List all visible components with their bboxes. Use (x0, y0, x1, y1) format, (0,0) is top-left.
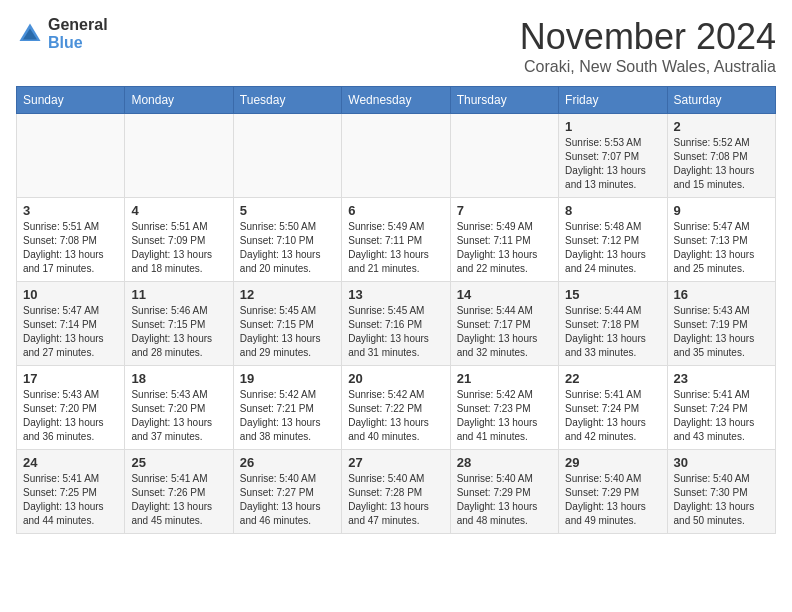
week-row-1: 1Sunrise: 5:53 AM Sunset: 7:07 PM Daylig… (17, 114, 776, 198)
calendar-cell: 29Sunrise: 5:40 AM Sunset: 7:29 PM Dayli… (559, 450, 667, 534)
calendar-cell: 11Sunrise: 5:46 AM Sunset: 7:15 PM Dayli… (125, 282, 233, 366)
week-row-4: 17Sunrise: 5:43 AM Sunset: 7:20 PM Dayli… (17, 366, 776, 450)
day-number: 22 (565, 371, 660, 386)
day-number: 29 (565, 455, 660, 470)
day-number: 13 (348, 287, 443, 302)
header-day-wednesday: Wednesday (342, 87, 450, 114)
calendar-cell: 1Sunrise: 5:53 AM Sunset: 7:07 PM Daylig… (559, 114, 667, 198)
day-info: Sunrise: 5:50 AM Sunset: 7:10 PM Dayligh… (240, 220, 335, 276)
title-section: November 2024 Coraki, New South Wales, A… (520, 16, 776, 76)
day-info: Sunrise: 5:47 AM Sunset: 7:13 PM Dayligh… (674, 220, 769, 276)
page-header: General Blue November 2024 Coraki, New S… (16, 16, 776, 76)
day-number: 14 (457, 287, 552, 302)
day-info: Sunrise: 5:42 AM Sunset: 7:21 PM Dayligh… (240, 388, 335, 444)
header-row: SundayMondayTuesdayWednesdayThursdayFrid… (17, 87, 776, 114)
calendar-cell: 6Sunrise: 5:49 AM Sunset: 7:11 PM Daylig… (342, 198, 450, 282)
day-info: Sunrise: 5:41 AM Sunset: 7:25 PM Dayligh… (23, 472, 118, 528)
day-info: Sunrise: 5:45 AM Sunset: 7:15 PM Dayligh… (240, 304, 335, 360)
month-title: November 2024 (520, 16, 776, 58)
day-number: 20 (348, 371, 443, 386)
day-info: Sunrise: 5:53 AM Sunset: 7:07 PM Dayligh… (565, 136, 660, 192)
day-info: Sunrise: 5:44 AM Sunset: 7:18 PM Dayligh… (565, 304, 660, 360)
calendar-cell (450, 114, 558, 198)
calendar-cell: 23Sunrise: 5:41 AM Sunset: 7:24 PM Dayli… (667, 366, 775, 450)
day-number: 15 (565, 287, 660, 302)
calendar-cell: 21Sunrise: 5:42 AM Sunset: 7:23 PM Dayli… (450, 366, 558, 450)
calendar-cell: 8Sunrise: 5:48 AM Sunset: 7:12 PM Daylig… (559, 198, 667, 282)
day-info: Sunrise: 5:44 AM Sunset: 7:17 PM Dayligh… (457, 304, 552, 360)
calendar-cell: 10Sunrise: 5:47 AM Sunset: 7:14 PM Dayli… (17, 282, 125, 366)
calendar-cell: 27Sunrise: 5:40 AM Sunset: 7:28 PM Dayli… (342, 450, 450, 534)
day-info: Sunrise: 5:40 AM Sunset: 7:30 PM Dayligh… (674, 472, 769, 528)
calendar-cell: 13Sunrise: 5:45 AM Sunset: 7:16 PM Dayli… (342, 282, 450, 366)
header-day-saturday: Saturday (667, 87, 775, 114)
calendar-cell: 4Sunrise: 5:51 AM Sunset: 7:09 PM Daylig… (125, 198, 233, 282)
day-info: Sunrise: 5:48 AM Sunset: 7:12 PM Dayligh… (565, 220, 660, 276)
day-info: Sunrise: 5:41 AM Sunset: 7:24 PM Dayligh… (565, 388, 660, 444)
day-number: 4 (131, 203, 226, 218)
day-info: Sunrise: 5:45 AM Sunset: 7:16 PM Dayligh… (348, 304, 443, 360)
day-number: 24 (23, 455, 118, 470)
calendar-cell: 7Sunrise: 5:49 AM Sunset: 7:11 PM Daylig… (450, 198, 558, 282)
logo: General Blue (16, 16, 108, 51)
day-number: 21 (457, 371, 552, 386)
day-info: Sunrise: 5:43 AM Sunset: 7:20 PM Dayligh… (23, 388, 118, 444)
calendar-cell: 3Sunrise: 5:51 AM Sunset: 7:08 PM Daylig… (17, 198, 125, 282)
calendar-cell (17, 114, 125, 198)
calendar-cell: 18Sunrise: 5:43 AM Sunset: 7:20 PM Dayli… (125, 366, 233, 450)
calendar-cell: 19Sunrise: 5:42 AM Sunset: 7:21 PM Dayli… (233, 366, 341, 450)
day-number: 1 (565, 119, 660, 134)
day-info: Sunrise: 5:49 AM Sunset: 7:11 PM Dayligh… (457, 220, 552, 276)
calendar-cell (233, 114, 341, 198)
calendar-body: 1Sunrise: 5:53 AM Sunset: 7:07 PM Daylig… (17, 114, 776, 534)
day-number: 26 (240, 455, 335, 470)
day-number: 12 (240, 287, 335, 302)
logo-text: General Blue (48, 16, 108, 51)
day-number: 2 (674, 119, 769, 134)
day-number: 16 (674, 287, 769, 302)
week-row-5: 24Sunrise: 5:41 AM Sunset: 7:25 PM Dayli… (17, 450, 776, 534)
calendar-cell: 14Sunrise: 5:44 AM Sunset: 7:17 PM Dayli… (450, 282, 558, 366)
day-info: Sunrise: 5:51 AM Sunset: 7:08 PM Dayligh… (23, 220, 118, 276)
day-number: 10 (23, 287, 118, 302)
week-row-3: 10Sunrise: 5:47 AM Sunset: 7:14 PM Dayli… (17, 282, 776, 366)
calendar-table: SundayMondayTuesdayWednesdayThursdayFrid… (16, 86, 776, 534)
header-day-sunday: Sunday (17, 87, 125, 114)
calendar-cell: 22Sunrise: 5:41 AM Sunset: 7:24 PM Dayli… (559, 366, 667, 450)
day-number: 19 (240, 371, 335, 386)
day-info: Sunrise: 5:43 AM Sunset: 7:19 PM Dayligh… (674, 304, 769, 360)
calendar-header: SundayMondayTuesdayWednesdayThursdayFrid… (17, 87, 776, 114)
day-number: 25 (131, 455, 226, 470)
day-info: Sunrise: 5:40 AM Sunset: 7:28 PM Dayligh… (348, 472, 443, 528)
day-info: Sunrise: 5:41 AM Sunset: 7:26 PM Dayligh… (131, 472, 226, 528)
location-title: Coraki, New South Wales, Australia (520, 58, 776, 76)
calendar-cell: 24Sunrise: 5:41 AM Sunset: 7:25 PM Dayli… (17, 450, 125, 534)
header-day-monday: Monday (125, 87, 233, 114)
day-info: Sunrise: 5:47 AM Sunset: 7:14 PM Dayligh… (23, 304, 118, 360)
header-day-friday: Friday (559, 87, 667, 114)
calendar-cell: 5Sunrise: 5:50 AM Sunset: 7:10 PM Daylig… (233, 198, 341, 282)
day-number: 9 (674, 203, 769, 218)
day-info: Sunrise: 5:40 AM Sunset: 7:29 PM Dayligh… (457, 472, 552, 528)
day-info: Sunrise: 5:52 AM Sunset: 7:08 PM Dayligh… (674, 136, 769, 192)
calendar-cell: 25Sunrise: 5:41 AM Sunset: 7:26 PM Dayli… (125, 450, 233, 534)
day-number: 7 (457, 203, 552, 218)
day-number: 3 (23, 203, 118, 218)
calendar-cell: 2Sunrise: 5:52 AM Sunset: 7:08 PM Daylig… (667, 114, 775, 198)
logo-icon (16, 20, 44, 48)
day-number: 23 (674, 371, 769, 386)
day-info: Sunrise: 5:41 AM Sunset: 7:24 PM Dayligh… (674, 388, 769, 444)
week-row-2: 3Sunrise: 5:51 AM Sunset: 7:08 PM Daylig… (17, 198, 776, 282)
day-number: 17 (23, 371, 118, 386)
calendar-cell: 9Sunrise: 5:47 AM Sunset: 7:13 PM Daylig… (667, 198, 775, 282)
calendar-cell (342, 114, 450, 198)
day-number: 28 (457, 455, 552, 470)
calendar-cell: 20Sunrise: 5:42 AM Sunset: 7:22 PM Dayli… (342, 366, 450, 450)
day-number: 6 (348, 203, 443, 218)
header-day-tuesday: Tuesday (233, 87, 341, 114)
calendar-cell (125, 114, 233, 198)
day-info: Sunrise: 5:42 AM Sunset: 7:22 PM Dayligh… (348, 388, 443, 444)
day-info: Sunrise: 5:51 AM Sunset: 7:09 PM Dayligh… (131, 220, 226, 276)
logo-blue-text: Blue (48, 34, 108, 52)
day-number: 5 (240, 203, 335, 218)
